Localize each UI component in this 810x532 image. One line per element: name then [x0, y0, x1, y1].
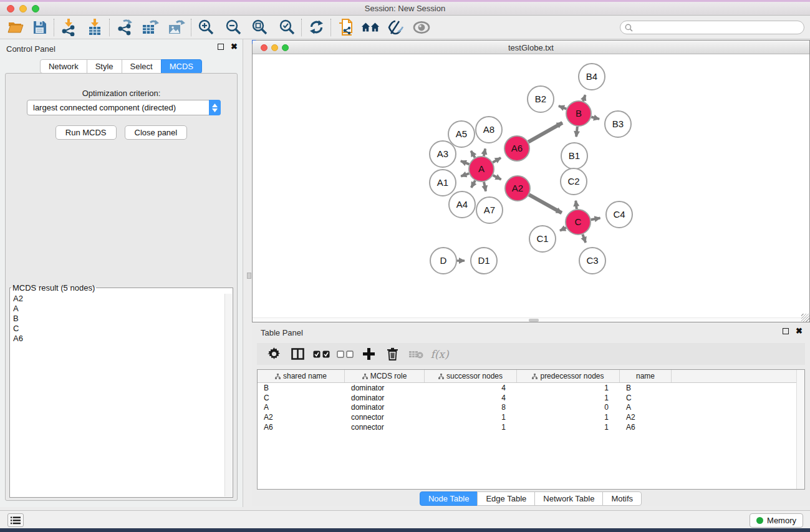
graph-node-A2[interactable]: A2 [505, 176, 530, 201]
graph-edge-A-A6[interactable] [493, 158, 501, 162]
column-header-predecessor-nodes[interactable]: predecessor nodes [517, 370, 620, 382]
delete-icon[interactable] [380, 345, 404, 364]
close-panel-icon[interactable]: ✖ [231, 44, 238, 50]
graph-node-B2[interactable]: B2 [528, 86, 554, 112]
table-row[interactable]: A6connector11A6 [258, 422, 804, 432]
deselect-all-icon[interactable] [333, 345, 357, 364]
desktop-vertical-scrollbar[interactable] [247, 273, 251, 279]
save-icon[interactable] [30, 18, 49, 37]
graph-node-A8[interactable]: A8 [476, 117, 502, 143]
graph-edge-A-A7[interactable] [484, 182, 486, 191]
search-input[interactable] [620, 21, 804, 34]
graph-edge-A2-C[interactable] [529, 195, 561, 213]
column-header-MCDS-role[interactable]: MCDS role [345, 370, 425, 382]
run-mcds-button[interactable]: Run MCDS [55, 125, 117, 140]
graph-node-C4[interactable]: C4 [606, 201, 632, 228]
criterion-dropdown[interactable]: largest connected component (directed) [27, 100, 221, 115]
table-row[interactable]: Cdominator41C [258, 393, 804, 403]
graph-edge-A-A1[interactable] [461, 173, 469, 177]
task-history-button[interactable] [7, 513, 24, 527]
import-table-icon[interactable] [85, 18, 104, 37]
zoom-out-icon[interactable] [224, 18, 243, 37]
graph-edge-B-B4[interactable] [583, 95, 586, 101]
zoom-selected-icon[interactable] [277, 18, 296, 37]
graph-node-A6[interactable]: A6 [504, 136, 529, 161]
graph-node-A1[interactable]: A1 [430, 170, 456, 196]
mcds-result-item[interactable]: A2 [11, 294, 224, 304]
graph-edge-A-A8[interactable] [484, 148, 485, 156]
graph-edge-C-C2[interactable] [576, 201, 576, 209]
graph-node-C1[interactable]: C1 [529, 226, 556, 252]
graph-node-C3[interactable]: C3 [579, 248, 605, 274]
graph-node-C[interactable]: C [566, 210, 591, 235]
tab-select[interactable]: Select [122, 59, 162, 74]
graph-node-D[interactable]: D [430, 248, 456, 274]
split-columns-icon[interactable] [286, 345, 309, 364]
graph-edge-A6-B[interactable] [528, 123, 562, 142]
tab-network-table[interactable]: Network Table [534, 491, 603, 506]
tab-network[interactable]: Network [40, 59, 87, 74]
network-canvas[interactable]: AA1A2A3A4A5A6A7A8BB1B2B3B4CC1C2C3C4DD1 [253, 55, 809, 322]
export-network-icon[interactable] [115, 18, 133, 37]
graph-edge-A-A5[interactable] [471, 151, 475, 158]
eye-icon[interactable] [412, 18, 431, 37]
close-panel-button[interactable]: Close panel [125, 125, 188, 140]
zoom-in-icon[interactable] [196, 18, 215, 37]
graph-node-A5[interactable]: A5 [448, 121, 475, 147]
mcds-result-item[interactable]: A6 [11, 334, 224, 344]
graph-node-B4[interactable]: B4 [579, 64, 605, 90]
network-window-titlebar[interactable]: testGlobe.txt [253, 41, 809, 54]
mcds-result-list[interactable]: A2ABCA6 [11, 294, 224, 496]
open-folder-icon[interactable] [6, 18, 25, 37]
mcds-list-scrollbar[interactable] [224, 294, 232, 496]
network-horizontal-scrollbar[interactable] [253, 317, 809, 322]
table-row[interactable]: Bdominator41B [258, 383, 804, 393]
table-row[interactable]: Adominator80A [258, 403, 804, 413]
graph-edge-A-A3[interactable] [461, 161, 470, 164]
graph-node-A[interactable]: A [469, 157, 494, 181]
tab-edge-table[interactable]: Edge Table [477, 491, 535, 506]
float-table-panel-icon[interactable] [783, 328, 789, 334]
network-graph[interactable]: AA1A2A3A4A5A6A7A8BB1B2B3B4CC1C2C3C4DD1 [253, 55, 809, 322]
table-vertical-scrollbar[interactable] [796, 370, 804, 489]
graph-edge-B-B2[interactable] [559, 106, 566, 109]
graph-edge-C-C3[interactable] [582, 235, 586, 243]
table-row[interactable]: A2connector11A2 [258, 412, 804, 422]
resize-grip-icon[interactable] [801, 314, 809, 322]
select-all-icon[interactable] [309, 345, 333, 364]
graph-node-B3[interactable]: B3 [605, 111, 631, 137]
column-header-shared-name[interactable]: shared name [258, 370, 345, 382]
gear-icon[interactable] [262, 345, 286, 364]
graph-node-B[interactable]: B [566, 101, 591, 126]
graph-edge-C-C1[interactable] [560, 228, 566, 231]
close-table-panel-icon[interactable]: ✖ [796, 328, 803, 334]
memory-button[interactable]: Memory [750, 513, 803, 528]
add-column-icon[interactable] [357, 345, 380, 364]
mcds-result-item[interactable]: C [11, 324, 224, 334]
graph-node-A7[interactable]: A7 [476, 197, 503, 223]
graph-node-B1[interactable]: B1 [561, 143, 587, 169]
graph-edge-A-A2[interactable] [493, 175, 501, 180]
graph-node-D1[interactable]: D1 [471, 248, 497, 274]
homes-icon[interactable] [361, 18, 380, 37]
column-header-successor-nodes[interactable]: successor nodes [425, 370, 517, 382]
mcds-result-item[interactable]: B [11, 314, 224, 324]
zoom-fit-icon[interactable] [250, 18, 269, 37]
graph-edge-B-B1[interactable] [576, 127, 577, 137]
graph-edge-C-C4[interactable] [591, 218, 600, 220]
tab-mcds[interactable]: MCDS [161, 59, 202, 74]
new-session-from-network-icon[interactable] [336, 18, 355, 37]
export-table-icon[interactable] [141, 18, 160, 37]
tab-style[interactable]: Style [87, 59, 122, 74]
graph-edge-A-A4[interactable] [471, 180, 475, 187]
graph-node-C2[interactable]: C2 [561, 168, 587, 195]
refresh-icon[interactable] [307, 18, 325, 37]
column-header-name[interactable]: name [620, 370, 672, 382]
mcds-result-item[interactable]: A [11, 304, 224, 314]
import-network-icon[interactable] [59, 18, 78, 37]
graph-edge-B-B3[interactable] [591, 117, 599, 118]
tab-node-table[interactable]: Node Table [420, 491, 478, 506]
export-image-icon[interactable] [167, 18, 186, 37]
hide-annotations-icon[interactable] [386, 18, 405, 37]
float-panel-icon[interactable] [218, 44, 224, 50]
